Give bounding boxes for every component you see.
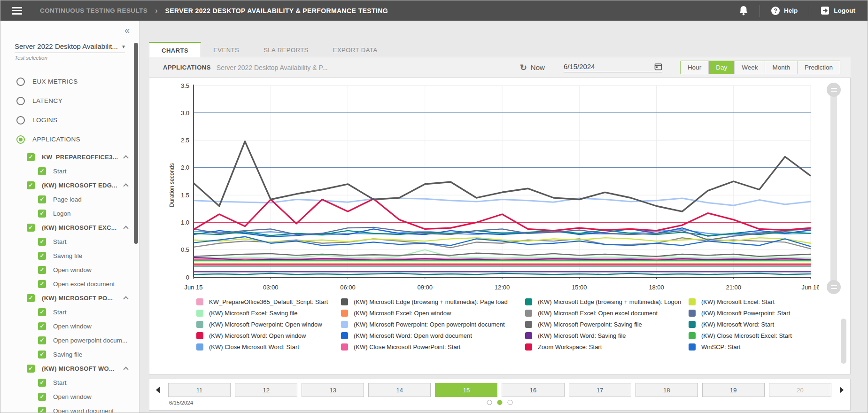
refresh-icon[interactable]: ↻ bbox=[520, 62, 527, 73]
help-button[interactable]: Help bbox=[784, 7, 798, 14]
legend-item[interactable]: KW_PrepareOffice365_Default_Script: Star… bbox=[196, 296, 341, 307]
day-button-17[interactable]: 17 bbox=[569, 383, 631, 397]
chevron-up-icon[interactable] bbox=[123, 183, 128, 188]
logout-button[interactable]: Logout bbox=[834, 7, 855, 14]
checkbox-checked-icon[interactable]: ✓ bbox=[27, 153, 35, 161]
notifications-icon[interactable] bbox=[739, 6, 748, 16]
legend-item[interactable]: (KW) Microsoft Excel: Saving file bbox=[196, 307, 341, 319]
tab-export-data[interactable]: EXPORT DATA bbox=[321, 42, 390, 57]
sidebar-radio-latency[interactable]: LATENCY bbox=[0, 91, 139, 110]
legend-item[interactable]: (KW) Microsoft Excel: Start bbox=[689, 296, 820, 307]
tree-item-saving-file[interactable]: ✓Saving file bbox=[0, 249, 139, 263]
day-button-14[interactable]: 14 bbox=[368, 383, 431, 397]
tree-item-logon[interactable]: ✓Logon bbox=[0, 206, 139, 220]
day-button-12[interactable]: 12 bbox=[235, 383, 297, 397]
day-button-16[interactable]: 16 bbox=[502, 383, 564, 397]
breadcrumb-section[interactable]: CONTINUOUS TESTING RESULTS bbox=[40, 7, 147, 14]
checkbox-checked-icon[interactable]: ✓ bbox=[38, 379, 46, 387]
tree-group--kw-microsoft-po-[interactable]: ✓(KW) MICROSOFT PO... bbox=[0, 291, 139, 305]
legend-item[interactable]: (KW) Close Microsoft Word: Start bbox=[196, 341, 341, 352]
checkbox-checked-icon[interactable]: ✓ bbox=[38, 280, 46, 288]
day-button-11[interactable]: 11 bbox=[168, 383, 231, 397]
pagination-dot-3[interactable] bbox=[508, 400, 513, 405]
tree-item-page-load[interactable]: ✓Page load bbox=[0, 192, 139, 206]
collapse-sidebar-icon[interactable]: « bbox=[124, 25, 130, 35]
chevron-up-icon[interactable] bbox=[123, 366, 128, 372]
legend-item[interactable]: WinSCP: Start bbox=[689, 341, 820, 352]
checkbox-checked-icon[interactable]: ✓ bbox=[27, 365, 35, 373]
legend-item[interactable]: (KW) Microsoft Powerpoint: Open powerpoi… bbox=[341, 319, 525, 330]
tree-item-start[interactable]: ✓Start bbox=[0, 164, 139, 178]
range-button-week[interactable]: Week bbox=[734, 61, 765, 74]
tab-charts[interactable]: CHARTS bbox=[149, 42, 201, 57]
day-button-15[interactable]: 15 bbox=[435, 383, 497, 397]
tree-item-open-window[interactable]: ✓Open window bbox=[0, 263, 139, 277]
date-input[interactable]: 6/15/2024 bbox=[564, 62, 662, 72]
sidebar-radio-eux-metrics[interactable]: EUX METRICS bbox=[0, 72, 139, 91]
tree-group-kw-prepareoffice3-[interactable]: ✓KW_PREPAREOFFICE3... bbox=[0, 150, 139, 164]
legend-item[interactable]: (KW) Microsoft Excel: Open excel documen… bbox=[525, 307, 689, 319]
now-button[interactable]: Now bbox=[531, 63, 545, 71]
tab-sla-reports[interactable]: SLA REPORTS bbox=[251, 42, 321, 57]
next-page-arrow[interactable] bbox=[840, 387, 844, 393]
day-button-13[interactable]: 13 bbox=[302, 383, 364, 397]
checkbox-checked-icon[interactable]: ✓ bbox=[38, 336, 46, 344]
checkbox-checked-icon[interactable]: ✓ bbox=[38, 210, 46, 218]
pagination-dot-2[interactable] bbox=[497, 400, 503, 405]
range-button-month[interactable]: Month bbox=[765, 61, 797, 74]
menu-icon[interactable] bbox=[12, 5, 22, 16]
tree-group--kw-microsoft-exc-[interactable]: ✓(KW) MICROSOFT EXC... bbox=[0, 220, 139, 234]
checkbox-checked-icon[interactable]: ✓ bbox=[38, 167, 46, 175]
tree-item-open-powerpoint-docum-[interactable]: ✓Open powerpoint docum... bbox=[0, 333, 139, 347]
checkbox-checked-icon[interactable]: ✓ bbox=[38, 266, 46, 274]
tree-item-start[interactable]: ✓Start bbox=[0, 234, 139, 249]
prev-page-arrow[interactable] bbox=[156, 387, 160, 393]
tree-item-open-window[interactable]: ✓Open window bbox=[0, 319, 139, 333]
chevron-up-icon[interactable] bbox=[123, 226, 128, 231]
tree-item-open-window[interactable]: ✓Open window bbox=[0, 390, 139, 404]
checkbox-checked-icon[interactable]: ✓ bbox=[38, 252, 46, 260]
test-select-value[interactable]: Server 2022 Desktop Availabilit... bbox=[15, 42, 119, 50]
sidebar-radio-applications[interactable]: APPLICATIONS bbox=[0, 130, 139, 149]
legend-item[interactable]: (KW) Microsoft Edge (browsing + multimed… bbox=[341, 296, 525, 307]
chevron-up-icon[interactable] bbox=[123, 296, 128, 301]
slider-handle-top[interactable] bbox=[827, 83, 841, 97]
tab-events[interactable]: EVENTS bbox=[201, 42, 251, 57]
legend-item[interactable]: (KW) Close Microsoft PowerPoint: Start bbox=[341, 341, 525, 352]
checkbox-checked-icon[interactable]: ✓ bbox=[38, 308, 46, 316]
day-button-18[interactable]: 18 bbox=[636, 383, 698, 397]
checkbox-checked-icon[interactable]: ✓ bbox=[38, 351, 46, 358]
legend-item[interactable]: (KW) Microsoft Edge (browsing + multimed… bbox=[525, 296, 689, 307]
checkbox-checked-icon[interactable]: ✓ bbox=[38, 238, 46, 246]
calendar-icon[interactable] bbox=[654, 62, 662, 70]
legend-item[interactable]: (KW) Microsoft Powerpoint: Start bbox=[689, 307, 820, 319]
checkbox-checked-icon[interactable]: ✓ bbox=[27, 294, 35, 302]
tree-group--kw-microsoft-edg-[interactable]: ✓(KW) MICROSOFT EDG... bbox=[0, 178, 139, 192]
checkbox-checked-icon[interactable]: ✓ bbox=[38, 393, 46, 401]
slider-handle-bottom[interactable] bbox=[827, 280, 841, 294]
legend-item[interactable]: (KW) Microsoft Word: Open word document bbox=[341, 330, 525, 341]
legend-scrollbar[interactable] bbox=[841, 319, 846, 364]
test-select[interactable]: Server 2022 Desktop Availabilit... ▾ Tes… bbox=[15, 42, 125, 61]
tree-item-start[interactable]: ✓Start bbox=[0, 305, 139, 319]
range-button-day[interactable]: Day bbox=[708, 61, 734, 74]
range-button-hour[interactable]: Hour bbox=[681, 61, 708, 74]
legend-item[interactable]: (KW) Microsoft Word: Start bbox=[689, 319, 820, 330]
chevron-up-icon[interactable] bbox=[123, 155, 128, 160]
checkbox-checked-icon[interactable]: ✓ bbox=[38, 407, 46, 413]
day-button-19[interactable]: 19 bbox=[702, 383, 765, 397]
checkbox-checked-icon[interactable]: ✓ bbox=[38, 195, 46, 203]
sidebar-radio-logins[interactable]: LOGINS bbox=[0, 110, 139, 130]
legend-item[interactable]: (KW) Microsoft Powerpoint: Open window bbox=[196, 319, 341, 330]
checkbox-checked-icon[interactable]: ✓ bbox=[38, 322, 46, 330]
sidebar-scrollbar[interactable] bbox=[134, 43, 138, 244]
date-value[interactable]: 6/15/2024 bbox=[564, 62, 654, 70]
day-button-20[interactable]: 20 bbox=[769, 383, 831, 397]
checkbox-checked-icon[interactable]: ✓ bbox=[27, 181, 35, 189]
help-icon[interactable]: ? bbox=[771, 7, 780, 15]
legend-item[interactable]: (KW) Close Microsoft Excel: Start bbox=[689, 330, 820, 341]
legend-item[interactable]: (KW) Microsoft Powerpoint: Saving file bbox=[525, 319, 689, 330]
tree-item-saving-file[interactable]: ✓Saving file bbox=[0, 347, 139, 361]
checkbox-checked-icon[interactable]: ✓ bbox=[27, 224, 35, 232]
legend-item[interactable]: (KW) Microsoft Excel: Open window bbox=[341, 307, 525, 319]
